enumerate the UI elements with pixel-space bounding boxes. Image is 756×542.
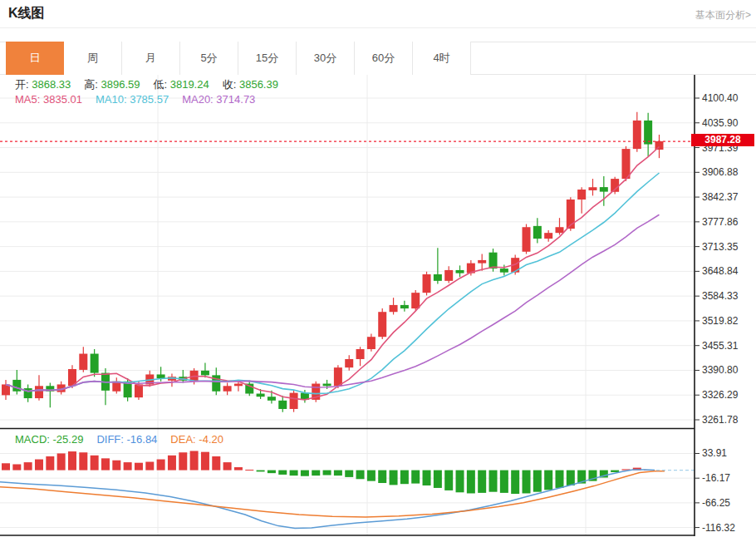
legend-item: 开: 3868.33 bbox=[15, 78, 71, 91]
legend-item: MA5: 3835.01 bbox=[15, 93, 82, 106]
axis-tick-label: -116.32 bbox=[702, 522, 735, 534]
axis-tick-label: 4100.40 bbox=[702, 92, 739, 104]
tab-period-0[interactable]: 日 bbox=[6, 42, 64, 75]
axis-tick-label: 3906.88 bbox=[702, 166, 739, 178]
legend-ma: MA5: 3835.01MA10: 3785.57MA20: 3714.73 bbox=[15, 93, 268, 106]
ma5-line bbox=[6, 147, 659, 400]
legend-item: MACD: -25.29 bbox=[15, 433, 83, 446]
axis-tick-label: 3519.82 bbox=[702, 315, 739, 327]
ma10-line bbox=[6, 173, 659, 394]
axis-tick-label: 4035.90 bbox=[702, 117, 739, 129]
ma20-line bbox=[6, 214, 659, 392]
axis-tick-label: -66.25 bbox=[702, 497, 730, 509]
axis-tick-label: 3777.86 bbox=[702, 216, 739, 228]
tab-period-1[interactable]: 周 bbox=[64, 42, 122, 75]
tab-period-6[interactable]: 60分 bbox=[355, 42, 413, 75]
period-tab-bar: 日周月5分15分30分60分4时 bbox=[6, 42, 471, 75]
legend-item: DEA: -4.20 bbox=[170, 433, 223, 446]
legend-item: 收: 3856.39 bbox=[223, 78, 278, 91]
tab-period-2[interactable]: 月 bbox=[122, 42, 180, 75]
legend-item: DIFF: -16.84 bbox=[96, 433, 157, 446]
axis-tick-label: 3326.29 bbox=[702, 389, 739, 401]
axis-tick-label: 3455.31 bbox=[702, 340, 739, 352]
axis-tick-label: -16.17 bbox=[702, 472, 730, 484]
axis-tick-label: 33.91 bbox=[702, 447, 727, 459]
legend-ohlc: 开: 3868.33高: 3896.59低: 3819.24收: 3856.39 bbox=[15, 77, 292, 92]
axis-tick-label: 3648.84 bbox=[702, 265, 739, 277]
tab-period-7[interactable]: 4时 bbox=[413, 42, 471, 75]
legend-item: MA10: 3785.57 bbox=[96, 93, 169, 106]
axis-tick-label: 3584.33 bbox=[702, 290, 739, 302]
ma-layer bbox=[6, 147, 659, 400]
axis-tick-label: 3713.35 bbox=[702, 241, 739, 253]
current-price-tag: 3987.28 bbox=[691, 134, 754, 146]
legend-macd: MACD: -25.29DIFF: -16.84DEA: -4.20 bbox=[15, 433, 237, 446]
axis-tick-label: 3390.80 bbox=[702, 364, 739, 376]
legend-item: 高: 3896.59 bbox=[84, 78, 140, 91]
axis-tick-label: 3261.78 bbox=[702, 414, 739, 426]
tab-period-4[interactable]: 15分 bbox=[238, 42, 297, 75]
candles-layer bbox=[2, 112, 663, 412]
axis-tick-label: 3842.37 bbox=[702, 191, 739, 203]
tab-period-3[interactable]: 5分 bbox=[180, 42, 238, 75]
legend-item: 低: 3819.24 bbox=[153, 78, 209, 91]
legend-item: MA20: 3714.73 bbox=[182, 93, 255, 106]
axis-layer: 4100.404035.903971.393906.883842.373777.… bbox=[0, 75, 739, 536]
macd-layer bbox=[0, 451, 695, 528]
tab-period-5[interactable]: 30分 bbox=[297, 42, 355, 75]
